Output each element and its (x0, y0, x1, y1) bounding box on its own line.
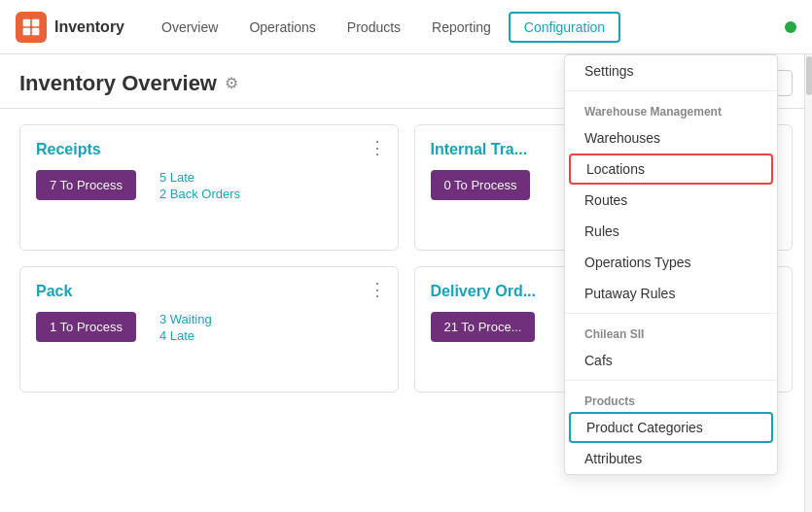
navbar: Inventory Overview Operations Products R… (0, 0, 812, 54)
card-title-receipts: Receipts (36, 141, 382, 158)
nav-item-reporting[interactable]: Reporting (418, 14, 505, 41)
dropdown-item-locations[interactable]: Locations (569, 154, 773, 185)
nav-items: Overview Operations Products Reporting C… (148, 12, 785, 43)
page-title-area: Inventory Overview ⚙ (19, 71, 238, 96)
dropdown-item-operations-types[interactable]: Operations Types (565, 247, 777, 278)
receipts-stat-1: 2 Back Orders (159, 187, 240, 201)
configuration-dropdown: Settings Warehouse Management Warehouses… (564, 54, 778, 475)
svg-rect-1 (32, 18, 40, 26)
pack-process-button[interactable]: 1 To Process (36, 312, 136, 342)
card-menu-pack[interactable]: ⋮ (369, 279, 386, 300)
scrollbar[interactable] (804, 54, 812, 512)
dropdown-section-warehouse: Warehouse Management (565, 95, 777, 122)
nav-item-operations[interactable]: Operations (235, 14, 329, 41)
svg-rect-3 (32, 27, 40, 35)
dropdown-item-rules[interactable]: Rules (565, 216, 777, 247)
dropdown-item-product-categories[interactable]: Product Categories (569, 412, 773, 443)
card-body-pack: 1 To Process 3 Waiting 4 Late (36, 312, 382, 343)
card-stats-receipts: 5 Late 2 Back Orders (159, 170, 240, 201)
svg-rect-2 (23, 27, 31, 35)
nav-item-configuration[interactable]: Configuration (509, 12, 620, 43)
svg-rect-0 (23, 18, 31, 26)
nav-brand: Inventory (54, 18, 124, 36)
dropdown-section-chilean: Chilean SII (565, 318, 777, 345)
dropdown-item-settings[interactable]: Settings (565, 55, 777, 86)
divider-1 (565, 90, 777, 91)
receipts-process-button[interactable]: 7 To Process (36, 170, 136, 200)
status-dot (785, 21, 796, 33)
nav-item-products[interactable]: Products (334, 14, 414, 41)
pack-stat-0: 3 Waiting (159, 312, 212, 326)
dropdown-item-putaway-rules[interactable]: Putaway Rules (565, 278, 777, 309)
dropdown-item-attributes[interactable]: Attributes (565, 443, 777, 474)
card-menu-receipts[interactable]: ⋮ (369, 137, 386, 158)
dropdown-item-routes[interactable]: Routes (565, 185, 777, 216)
internal-process-button[interactable]: 0 To Process (431, 170, 531, 200)
card-body-receipts: 7 To Process 5 Late 2 Back Orders (36, 170, 382, 201)
nav-item-overview[interactable]: Overview (148, 14, 231, 41)
dropdown-item-warehouses[interactable]: Warehouses (565, 122, 777, 154)
dropdown-item-cafs[interactable]: Cafs (565, 345, 777, 376)
receipts-stat-0: 5 Late (159, 170, 240, 185)
divider-3 (565, 380, 777, 381)
scrollbar-thumb (806, 56, 812, 95)
card-pack: Pack ⋮ 1 To Process 3 Waiting 4 Late (19, 266, 399, 393)
dropdown-section-products: Products (565, 385, 777, 412)
card-stats-pack: 3 Waiting 4 Late (159, 312, 212, 343)
pack-stat-1: 4 Late (159, 328, 212, 343)
page-title: Inventory Overview (19, 71, 217, 96)
app-logo[interactable] (16, 12, 47, 43)
gear-icon[interactable]: ⚙ (225, 74, 238, 92)
card-title-pack: Pack (36, 283, 382, 300)
delivery-process-button[interactable]: 21 To Proce... (431, 312, 536, 342)
card-receipts: Receipts ⋮ 7 To Process 5 Late 2 Back Or… (19, 124, 399, 251)
divider-2 (565, 313, 777, 314)
